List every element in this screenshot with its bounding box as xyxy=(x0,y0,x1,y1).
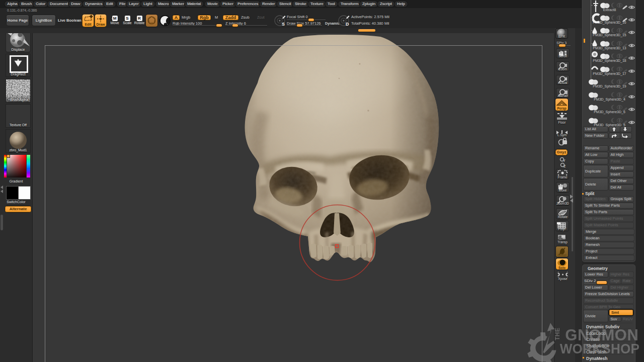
svg-text:Y: Y xyxy=(563,159,566,162)
svg-text:Z: Z xyxy=(564,164,566,168)
svg-text:D: D xyxy=(346,22,349,27)
svg-text:S: S xyxy=(282,22,285,27)
